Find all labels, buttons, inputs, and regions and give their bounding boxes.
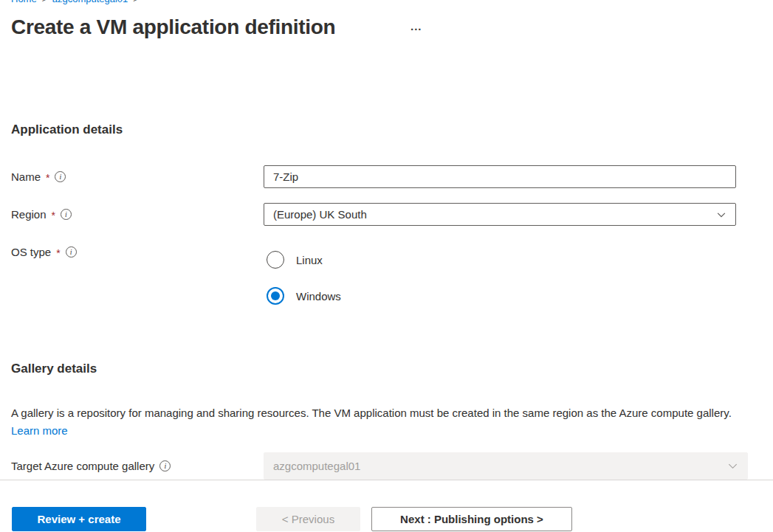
previous-button: < Previous bbox=[256, 507, 360, 531]
radio-dot bbox=[271, 291, 280, 300]
learn-more-link[interactable]: Learn more bbox=[11, 424, 68, 437]
region-label-text: Region bbox=[11, 208, 47, 221]
breadcrumb-gallery-link[interactable]: azgcomputegal01 bbox=[52, 0, 128, 4]
region-field-label: Region * i bbox=[11, 208, 72, 221]
page-title: Create a VM application definition bbox=[11, 15, 335, 39]
name-field-label: Name * i bbox=[11, 170, 66, 183]
radio-label: Windows bbox=[296, 290, 341, 303]
radio-selected-icon[interactable] bbox=[267, 287, 284, 305]
breadcrumb: Home>azgcomputegal01> bbox=[11, 0, 143, 4]
info-icon[interactable]: i bbox=[55, 171, 66, 182]
required-asterisk: * bbox=[46, 172, 49, 184]
gallery-details-heading: Gallery details bbox=[11, 362, 97, 376]
target-gallery-label-text: Target Azure compute gallery bbox=[11, 460, 154, 472]
breadcrumb-home-link[interactable]: Home bbox=[11, 0, 37, 4]
name-input[interactable] bbox=[264, 165, 736, 188]
footer-action-bar: Review + create < Previous Next : Publis… bbox=[0, 480, 773, 532]
radio-unselected-icon[interactable] bbox=[267, 251, 284, 269]
name-label-text: Name bbox=[11, 170, 41, 183]
target-gallery-dropdown-value: azgcomputegal01 bbox=[273, 460, 360, 472]
radio-label: Linux bbox=[296, 254, 323, 266]
next-publishing-options-button[interactable]: Next : Publishing options > bbox=[371, 507, 572, 531]
more-options-ellipsis-icon[interactable]: ... bbox=[410, 21, 422, 32]
info-icon[interactable]: i bbox=[61, 209, 72, 220]
os-type-field-label: OS type * i bbox=[11, 246, 77, 258]
target-gallery-dropdown-disabled: azgcomputegal01 bbox=[264, 452, 748, 480]
gallery-description-text: A gallery is a repository for managing a… bbox=[11, 407, 732, 419]
os-type-option-linux[interactable]: Linux bbox=[267, 251, 323, 269]
os-type-option-windows[interactable]: Windows bbox=[267, 287, 341, 305]
os-type-label-text: OS type bbox=[11, 246, 51, 258]
required-asterisk: * bbox=[52, 210, 55, 221]
gallery-description: A gallery is a repository for managing a… bbox=[11, 404, 738, 439]
breadcrumb-separator: > bbox=[42, 0, 47, 4]
application-details-heading: Application details bbox=[11, 122, 123, 137]
breadcrumb-separator: > bbox=[133, 0, 138, 4]
region-dropdown-value: (Europe) UK South bbox=[273, 208, 367, 221]
info-icon[interactable]: i bbox=[159, 460, 171, 471]
chevron-down-icon bbox=[727, 460, 738, 471]
info-icon[interactable]: i bbox=[66, 246, 77, 258]
target-gallery-field-label: Target Azure compute gallery i bbox=[11, 460, 171, 472]
chevron-down-icon bbox=[716, 210, 726, 220]
review-create-button[interactable]: Review + create bbox=[12, 507, 146, 531]
required-asterisk: * bbox=[56, 247, 60, 259]
region-dropdown[interactable]: (Europe) UK South bbox=[264, 203, 736, 226]
